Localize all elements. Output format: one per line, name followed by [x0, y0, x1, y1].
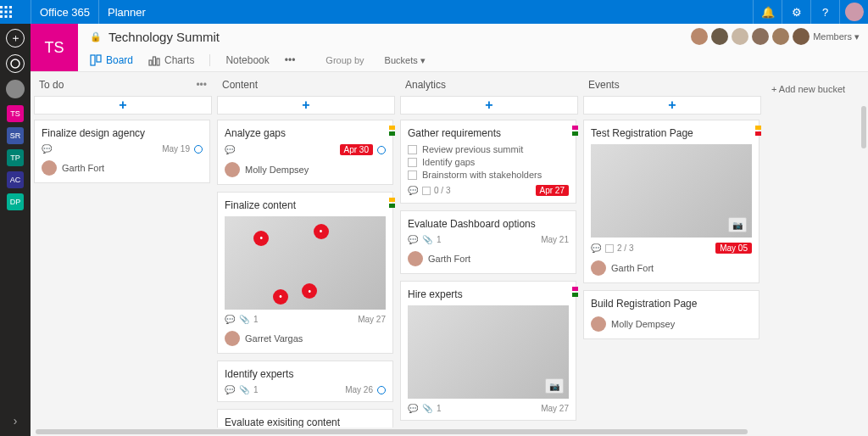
- comment-icon: 💬: [225, 385, 235, 394]
- task-assignee[interactable]: Molly Dempsey: [225, 162, 386, 177]
- add-task-button[interactable]: +: [34, 96, 212, 115]
- task-card[interactable]: Build Registration PageMolly Dempsey: [583, 290, 760, 339]
- assignee-avatar-icon: [408, 251, 423, 266]
- attachment-icon: 📎: [239, 385, 249, 394]
- add-task-button[interactable]: +: [583, 96, 761, 115]
- task-card[interactable]: Analyze gaps💬Apr 30Molly Dempsey: [217, 120, 393, 185]
- planner-hub-button[interactable]: [6, 54, 25, 73]
- comment-icon: 💬: [42, 144, 52, 154]
- brand-label[interactable]: Office 365: [31, 0, 98, 24]
- task-assignee[interactable]: Garret Vargas: [225, 331, 386, 346]
- add-task-button[interactable]: +: [217, 96, 395, 115]
- task-card[interactable]: Evaluate Dashboard options💬📎1May 21Garth…: [400, 210, 576, 274]
- rail-plan-tile[interactable]: SR: [7, 127, 24, 144]
- task-card[interactable]: Evaluate exisiting content: [217, 409, 393, 428]
- horizontal-scroll-track[interactable]: [31, 428, 868, 436]
- task-assignee[interactable]: Garth Fort: [408, 251, 569, 266]
- my-tasks-button[interactable]: [6, 80, 25, 98]
- task-checklist: Review previous summitIdentify gapsBrain…: [408, 144, 569, 180]
- bucket-header[interactable]: To do•••: [34, 77, 212, 96]
- task-card[interactable]: Finalize design agency💬May 19Garth Fort: [34, 120, 210, 183]
- camera-icon: 📷: [728, 217, 747, 232]
- bucket-header[interactable]: Content: [217, 77, 395, 96]
- task-meta: 💬📎1May 27: [225, 315, 386, 324]
- horizontal-scrollbar[interactable]: [36, 429, 748, 434]
- member-avatar[interactable]: [691, 28, 708, 45]
- bucket-header[interactable]: Events: [583, 77, 761, 96]
- add-bucket-button[interactable]: + Add new bucket: [766, 77, 865, 428]
- image-pin-icon: •: [302, 283, 317, 299]
- board-area[interactable]: To do•••+Finalize design agency💬May 19Ga…: [31, 72, 868, 428]
- assignee-avatar-icon: [42, 160, 57, 176]
- task-assignee[interactable]: Garth Fort: [591, 260, 752, 276]
- checklist-item[interactable]: Identify gaps: [408, 157, 569, 167]
- member-avatar[interactable]: [772, 28, 789, 45]
- svg-rect-13: [153, 57, 156, 65]
- task-title: Identify experts: [225, 368, 386, 380]
- account-button[interactable]: [839, 0, 868, 24]
- task-title: Finalize content: [225, 199, 386, 211]
- task-card[interactable]: Identify experts💬📎1May 26: [217, 361, 393, 402]
- vertical-scrollbar[interactable]: [861, 106, 866, 148]
- task-card[interactable]: Test Registration Page📷💬2 / 3May 05Garth…: [583, 120, 760, 283]
- member-avatar[interactable]: [752, 28, 769, 45]
- task-meta: 💬Apr 30: [225, 144, 386, 155]
- notebook-tab[interactable]: Notebook: [225, 54, 269, 66]
- bucket-menu[interactable]: •••: [196, 79, 207, 91]
- settings-button[interactable]: ⚙: [782, 0, 810, 24]
- bell-icon: 🔔: [761, 6, 775, 19]
- card-list: Finalize design agency💬May 19Garth Fort: [34, 120, 212, 428]
- board-tab[interactable]: Board: [90, 54, 133, 66]
- chevron-down-icon: ▾: [420, 55, 426, 65]
- task-preview-image: ••••: [225, 216, 386, 310]
- help-button[interactable]: ?: [810, 0, 839, 24]
- due-date: May 27: [358, 315, 386, 324]
- task-title: Evaluate Dashboard options: [408, 218, 569, 230]
- task-meta: 💬0 / 3Apr 27: [408, 185, 569, 196]
- rail-plan-tile[interactable]: TP: [7, 149, 24, 166]
- plan-tile[interactable]: TS: [31, 24, 78, 71]
- due-date: May 27: [541, 404, 569, 413]
- plan-title[interactable]: Technology Summit: [108, 30, 220, 44]
- new-plan-button[interactable]: ＋: [6, 29, 25, 48]
- view-tabs: Board Charts Notebook ••• Group by Bucke…: [78, 49, 868, 71]
- rail-plan-tile[interactable]: AC: [7, 171, 24, 188]
- notifications-button[interactable]: 🔔: [753, 0, 782, 24]
- assignee-name: Garth Fort: [611, 263, 654, 273]
- charts-tab[interactable]: Charts: [148, 54, 194, 66]
- task-card[interactable]: Finalize content••••💬📎1May 27Garret Varg…: [217, 192, 393, 354]
- svg-rect-6: [0, 15, 3, 18]
- checklist-item[interactable]: Brainstorm with stakeholders: [408, 170, 569, 180]
- rail-plan-tile[interactable]: DP: [7, 193, 24, 210]
- task-card[interactable]: Gather requirementsReview previous summi…: [400, 120, 576, 204]
- image-pin-icon: •: [273, 289, 288, 305]
- checklist-item[interactable]: Review previous summit: [408, 144, 569, 154]
- image-pin-icon: •: [253, 231, 269, 246]
- bucket-title: To do: [39, 79, 64, 91]
- member-avatar[interactable]: [793, 28, 810, 45]
- member-avatar[interactable]: [711, 28, 728, 45]
- expand-rail-button[interactable]: ›: [14, 414, 18, 428]
- assignee-name: Molly Dempsey: [245, 165, 309, 175]
- checklist-progress: 2 / 3: [605, 243, 633, 253]
- bucket-header[interactable]: Analytics: [400, 77, 578, 96]
- bucket-column: Analytics+Gather requirementsReview prev…: [400, 77, 578, 428]
- task-assignee[interactable]: Garth Fort: [42, 160, 203, 176]
- svg-rect-11: [97, 55, 101, 62]
- groupby-dropdown[interactable]: Buckets ▾: [385, 55, 437, 66]
- app-label[interactable]: Planner: [98, 0, 154, 24]
- attachment-count: 1: [253, 385, 259, 394]
- more-actions[interactable]: •••: [285, 54, 296, 66]
- members-dropdown[interactable]: Members ▾: [813, 31, 860, 42]
- app-launcher[interactable]: [0, 6, 31, 18]
- member-avatar[interactable]: [732, 28, 748, 45]
- assignee-avatar-icon: [225, 331, 240, 346]
- groupby-label: Group by: [326, 55, 369, 65]
- add-task-button[interactable]: +: [400, 96, 578, 115]
- svg-point-9: [11, 59, 19, 68]
- left-rail: ＋ TSSRTPACDP ›: [0, 24, 31, 436]
- card-list: Gather requirementsReview previous summi…: [400, 120, 578, 428]
- task-card[interactable]: Hire experts📷💬📎1May 27: [400, 281, 576, 421]
- task-assignee[interactable]: Molly Dempsey: [591, 316, 752, 332]
- rail-plan-tile[interactable]: TS: [7, 105, 24, 122]
